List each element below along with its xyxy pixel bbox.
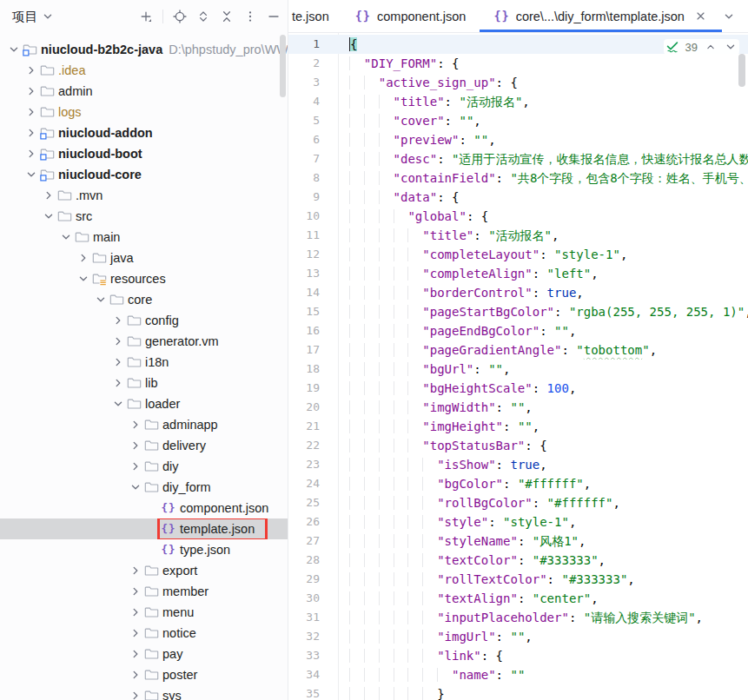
chevron-up-icon[interactable] bbox=[704, 40, 718, 54]
code-line-16[interactable]: 16 "pageEndBgColor": "", bbox=[288, 321, 748, 340]
code-line-24[interactable]: 24 "bgColor": "#ffffff", bbox=[288, 474, 748, 493]
chevron-down-icon[interactable] bbox=[94, 293, 108, 307]
hide-button[interactable] bbox=[267, 10, 281, 23]
project-view-selector[interactable]: 项目 bbox=[12, 9, 55, 25]
code-line-26[interactable]: 26 "style": "style-1", bbox=[288, 512, 748, 532]
chevron-right-icon[interactable] bbox=[24, 105, 38, 119]
chevron-right-icon[interactable] bbox=[111, 376, 125, 390]
code-line-7[interactable]: 7 "desc": "适用于活动宣传，收集报名信息，快速统计报名总人数", bbox=[288, 149, 748, 168]
close-tab-icon[interactable] bbox=[694, 10, 708, 23]
code-line-23[interactable]: 23 "isShow": true, bbox=[288, 455, 748, 474]
editor-tab-3[interactable]: {}core\...\diy_form\template.json bbox=[480, 0, 722, 32]
tree-row-resources[interactable]: resources bbox=[0, 268, 288, 289]
code-line-12[interactable]: 12 "completeLayout": "style-1", bbox=[288, 245, 748, 264]
code-line-29[interactable]: 29 "rollTextColor": "#333333", bbox=[288, 570, 748, 589]
tree-row-notice[interactable]: notice bbox=[0, 623, 288, 644]
code-editor[interactable]: 1{2 "DIY_FORM": {3 "active_sign_up": {4 … bbox=[288, 33, 748, 700]
chevron-right-icon[interactable] bbox=[129, 626, 142, 640]
chevron-right-icon[interactable] bbox=[76, 251, 90, 265]
code-line-30[interactable]: 30 "textAlign": "center", bbox=[288, 589, 748, 608]
code-line-9[interactable]: 9 "data": { bbox=[288, 188, 748, 207]
more-button[interactable] bbox=[243, 10, 257, 23]
code-line-27[interactable]: 27 "styleName": "风格1", bbox=[288, 532, 748, 551]
tree-row-admin[interactable]: admin bbox=[0, 81, 288, 102]
tree-row-core[interactable]: core bbox=[0, 289, 288, 310]
chevron-down-icon[interactable] bbox=[129, 480, 142, 494]
chevron-down-icon[interactable] bbox=[24, 168, 38, 182]
code-line-3[interactable]: 3 "active_sign_up": { bbox=[288, 73, 748, 92]
tree-row-i18n[interactable]: i18n bbox=[0, 352, 288, 373]
tree-row-export[interactable]: export bbox=[0, 560, 288, 581]
expand-all-button[interactable] bbox=[196, 10, 210, 23]
tree-row-pay[interactable]: pay bbox=[0, 644, 288, 664]
locate-button[interactable] bbox=[173, 10, 187, 23]
code-line-11[interactable]: 11 "title": "活动报名", bbox=[288, 226, 748, 245]
tree-row-src[interactable]: src bbox=[0, 206, 288, 227]
tree-row-template-json[interactable]: {}template.json bbox=[0, 518, 288, 539]
chevron-down-icon[interactable] bbox=[111, 397, 125, 411]
chevron-down-icon[interactable] bbox=[42, 209, 56, 223]
code-line-34[interactable]: 34 "name": "" bbox=[288, 665, 748, 684]
code-line-5[interactable]: 5 "cover": "", bbox=[288, 111, 748, 130]
tree-row-loader[interactable]: loader bbox=[0, 393, 288, 414]
inspection-widget[interactable]: 39 bbox=[664, 39, 739, 55]
chevron-right-icon[interactable] bbox=[129, 418, 142, 432]
code-line-35[interactable]: 35 } bbox=[288, 684, 748, 700]
chevron-right-icon[interactable] bbox=[129, 564, 142, 578]
add-button[interactable] bbox=[139, 10, 153, 23]
chevron-down-icon[interactable] bbox=[7, 43, 21, 56]
tree-row--mvn[interactable]: .mvn bbox=[0, 185, 288, 206]
chevron-right-icon[interactable] bbox=[129, 668, 142, 682]
code-line-2[interactable]: 2 "DIY_FORM": { bbox=[288, 54, 748, 73]
chevron-right-icon[interactable] bbox=[111, 334, 125, 348]
chevron-right-icon[interactable] bbox=[24, 84, 38, 98]
tree-row-adminapp[interactable]: adminapp bbox=[0, 414, 288, 435]
code-line-13[interactable]: 13 "completeAlign": "left", bbox=[288, 264, 748, 283]
tree-row-niucloud-boot[interactable]: niucloud-boot bbox=[0, 143, 288, 164]
chevron-right-icon[interactable] bbox=[129, 605, 142, 619]
chevron-down-icon[interactable] bbox=[76, 272, 90, 286]
chevron-right-icon[interactable] bbox=[129, 439, 142, 452]
editor-tab-1[interactable]: te.json bbox=[288, 0, 341, 32]
editor-scrollbar[interactable] bbox=[738, 54, 745, 87]
tree-row-diy-form[interactable]: diy_form bbox=[0, 477, 288, 498]
code-line-22[interactable]: 22 "topStatusBar": { bbox=[288, 436, 748, 455]
code-line-33[interactable]: 33 "link": { bbox=[288, 646, 748, 665]
code-line-4[interactable]: 4 "title": "活动报名", bbox=[288, 92, 748, 111]
code-line-20[interactable]: 20 "imgWidth": "", bbox=[288, 398, 748, 417]
tree-row-niucloud-addon[interactable]: niucloud-addon bbox=[0, 122, 288, 143]
tree-row-main[interactable]: main bbox=[0, 227, 288, 248]
tree-row-member[interactable]: member bbox=[0, 581, 288, 602]
code-line-17[interactable]: 17 "pageGradientAngle": "tobottom", bbox=[288, 340, 748, 360]
tree-row-generator-vm[interactable]: generator.vm bbox=[0, 331, 288, 352]
code-line-6[interactable]: 6 "preview": "", bbox=[288, 130, 748, 149]
code-line-21[interactable]: 21 "imgHeight": "", bbox=[288, 417, 748, 436]
code-line-14[interactable]: 14 "borderControl": true, bbox=[288, 283, 748, 302]
collapse-all-button[interactable] bbox=[220, 10, 234, 23]
chevron-right-icon[interactable] bbox=[42, 188, 56, 202]
project-tree-scrollbar[interactable] bbox=[280, 35, 286, 97]
tree-row-sys[interactable]: sys bbox=[0, 685, 288, 700]
chevron-right-icon[interactable] bbox=[24, 63, 38, 77]
code-line-31[interactable]: 31 "inputPlaceholder": "请输入搜索关键词", bbox=[288, 608, 748, 627]
chevron-down-icon[interactable] bbox=[59, 230, 73, 244]
code-line-8[interactable]: 8 "containField": "共8个字段，包含8个字段：姓名、手机号、身… bbox=[288, 168, 748, 188]
code-line-28[interactable]: 28 "textColor": "#333333", bbox=[288, 551, 748, 570]
tree-row-niucloud-b2b2c-java[interactable]: niucloud-b2b2c-javaD:\phpstudy_pro\WWW\n… bbox=[0, 39, 288, 60]
chevron-right-icon[interactable] bbox=[111, 355, 125, 369]
code-line-25[interactable]: 25 "rollBgColor": "#ffffff", bbox=[288, 493, 748, 512]
tree-row-delivery[interactable]: delivery bbox=[0, 435, 288, 456]
tree-row-type-json[interactable]: {}type.json bbox=[0, 539, 288, 560]
tree-row-lib[interactable]: lib bbox=[0, 373, 288, 393]
chevron-right-icon[interactable] bbox=[129, 647, 142, 661]
code-line-10[interactable]: 10 "global": { bbox=[288, 207, 748, 226]
chevron-down-icon[interactable] bbox=[724, 40, 738, 54]
editor-tab-2[interactable]: {}component.json bbox=[341, 0, 480, 32]
tree-row-component-json[interactable]: {}component.json bbox=[0, 498, 288, 518]
chevron-right-icon[interactable] bbox=[111, 314, 125, 327]
code-line-15[interactable]: 15 "pageStartBgColor": "rgba(255, 255, 2… bbox=[288, 302, 748, 321]
tree-row-menu[interactable]: menu bbox=[0, 602, 288, 623]
chevron-right-icon[interactable] bbox=[129, 459, 142, 473]
tree-row-poster[interactable]: poster bbox=[0, 664, 288, 685]
chevron-right-icon[interactable] bbox=[24, 147, 38, 161]
